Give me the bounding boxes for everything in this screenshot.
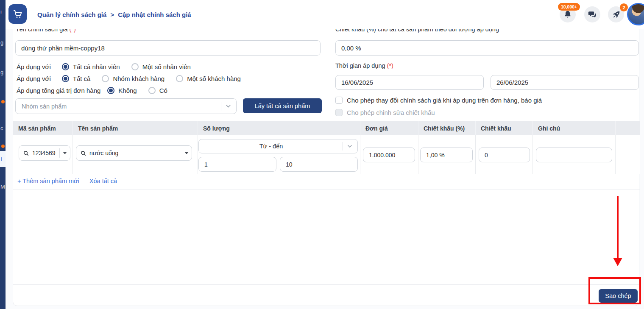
checkbox-label: Cho phép thay đổi chính sách giá khi áp … [347,97,542,104]
radio-order-total-yes[interactable]: Có [148,87,167,94]
apply-order-total-radio-group: Áp dụng tổng giá trị đơn hàng Không Có [17,86,179,94]
product-group-placeholder: Nhóm sản phẩm [22,103,217,110]
radio-order-total-no[interactable]: Không [107,87,137,94]
avatar[interactable] [627,3,644,25]
quantity-to-input[interactable] [280,157,358,172]
select-divider [343,142,343,150]
apply-staff-radio-group: Áp dụng với Tất cả nhân viên Một số nhân… [17,63,202,70]
policy-name-input[interactable] [15,40,321,56]
col-header-product-name: Tên sản phẩm [72,121,198,135]
col-header-unit-price: Đơn giá [360,121,418,135]
discount-percent-input[interactable] [420,148,473,162]
table-actions: + Thêm sản phẩm mới Xóa tất cả [17,178,117,184]
allow-edit-discount-checkbox: Cho phép chỉnh sửa chiết khấu [335,109,435,116]
breadcrumb-separator-icon: > [110,11,114,18]
allow-change-policy-checkbox[interactable]: Cho phép thay đổi chính sách giá khi áp … [335,97,542,104]
column-divider [418,135,418,174]
add-product-link[interactable]: + Thêm sản phẩm mới [17,178,79,184]
breadcrumb-parent[interactable]: Quản lý chính sách giá [37,11,106,18]
radio-button-icon[interactable] [148,87,156,94]
date-from-input[interactable] [335,75,484,90]
sidebar-item-active[interactable]: i [0,151,6,167]
rocket-icon [612,10,621,19]
search-icon [23,150,29,156]
date-to-input[interactable] [491,75,639,90]
caret-down-icon[interactable] [63,152,67,154]
quantity-mode-select[interactable]: Từ - đến [198,139,358,153]
sidebar-item-fragment[interactable]: M [0,184,6,190]
col-header-discount: Chiết khấu [475,121,532,135]
quantity-mode-value: Từ - đến [203,143,339,150]
apply-customer-radio-group: Áp dụng với Tất cả Nhóm khách hàng Một s… [17,75,252,82]
time-range-label-text: Thời gian áp dụng [335,62,385,69]
products-table-header: Mã sản phẩm Tên sản phẩm Số lượng Đơn gi… [13,121,640,135]
required-mark: (*) [387,62,393,69]
time-range-label: Thời gian áp dụng(*) [335,62,393,69]
delete-all-link[interactable]: Xóa tất cả [89,178,117,184]
unit-price-input[interactable] [363,148,415,162]
radio-button-checked-icon[interactable] [62,75,69,82]
breadcrumb: Quản lý chính sách giá > Cập nhật chính … [37,0,191,29]
radio-label: Không [118,87,137,94]
radio-button-checked-icon[interactable] [107,87,114,94]
boost-count-badge: 2 [620,3,628,11]
radio-button-checked-icon[interactable] [62,63,69,70]
quantity-from-input[interactable] [198,157,276,172]
radio-button-icon[interactable] [176,75,183,82]
cart-module-button[interactable] [8,4,27,24]
products-table: Mã sản phẩm Tên sản phẩm Số lượng Đơn gi… [13,121,640,174]
chevron-down-icon [346,143,353,150]
apply-customer-label: Áp dụng với [17,75,51,82]
select-divider [221,102,221,111]
breadcrumb-current: Cập nhật chính sách giá [118,11,191,18]
radio-label: Tất cả nhân viên [73,63,120,70]
sidebar-item-fragment[interactable]: i [0,8,6,15]
col-header-product-code: Mã sản phẩm [13,121,72,135]
product-name-combo[interactable]: nước uống [76,145,192,161]
radio-customer-group[interactable]: Nhóm khách hàng [102,75,164,82]
product-name-value: nước uống [89,150,184,156]
bell-icon [563,10,572,19]
messages-button[interactable] [584,6,600,22]
radio-label: Tất cả [73,75,91,82]
column-divider [615,135,616,174]
radio-all-customers[interactable]: Tất cả [62,75,91,82]
column-divider [532,135,533,174]
caret-down-icon[interactable] [184,152,189,154]
checkbox-icon[interactable] [335,97,343,104]
column-divider [360,135,360,174]
checkbox-disabled-icon [335,109,343,116]
column-divider [475,135,476,174]
column-divider [72,135,73,174]
product-group-select[interactable]: Nhóm sản phẩm [15,98,237,114]
sidebar-item-fragment[interactable]: g [0,39,6,46]
discount-all-input[interactable] [335,40,639,56]
col-header-quantity: Số lượng [198,121,360,135]
annotation-arrow-head [613,258,622,266]
apply-staff-label: Áp dụng với [17,63,51,70]
section-divider [13,189,640,189]
col-header-discount-percent: Chiết khấu (%) [418,121,475,135]
radio-label: Một số nhân viên [142,63,191,70]
sidebar-item-fragment[interactable]: g [0,69,6,76]
radio-label: Nhóm khách hàng [113,75,164,82]
get-all-products-button[interactable]: Lấy tất cả sản phẩm [243,98,322,113]
radio-button-icon[interactable] [131,63,139,70]
note-input[interactable] [536,148,612,162]
radio-some-staff[interactable]: Một số nhân viên [131,63,191,70]
col-header-note: Ghi chú [532,121,615,135]
radio-button-icon[interactable] [102,75,109,82]
search-icon [80,150,86,156]
chevron-down-icon [225,103,232,110]
combo-divider [59,148,60,158]
product-code-combo[interactable]: 1234569 [19,145,70,161]
table-row: 1234569 nước uống Từ - đến [13,135,640,174]
sidebar-notification-dot [1,145,5,148]
radio-all-staff[interactable]: Tất cả nhân viên [62,63,120,70]
sidebar-item-fragment[interactable]: c [0,125,6,132]
sidebar-sliver: i g g c i M [0,0,6,309]
discount-amount-input[interactable] [479,148,530,162]
annotation-highlight-box [588,277,641,304]
radio-some-customers[interactable]: Một số khách hàng [176,75,241,82]
sidebar-notification-dot [1,100,5,103]
